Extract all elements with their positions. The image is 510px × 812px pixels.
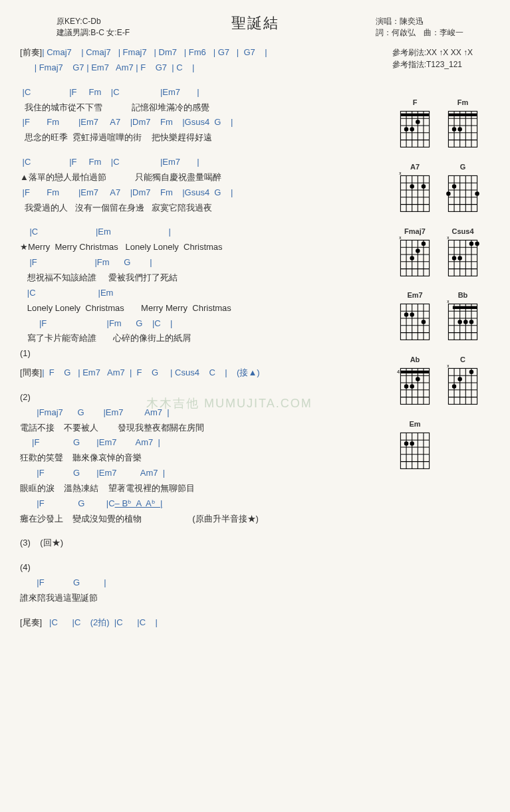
fretboard-icon	[397, 429, 433, 472]
svg-point-139	[410, 441, 414, 445]
singer: 演唱：陳奕迅	[376, 16, 463, 27]
svg-point-86	[410, 313, 414, 317]
br-lyric-3: 眼眶的淚 溫熱凍結 望著電視裡的無聊節目	[20, 481, 387, 496]
svg-point-128	[469, 370, 473, 374]
svg-point-114	[410, 384, 414, 388]
intro-line-1: [前奏]| Cmaj7 | Cmaj7 | Fmaj7 | Dm7 | Fm6 …	[20, 45, 387, 60]
br-lyric-1: 電話不接 不要被人 發現我整夜都關在房間	[20, 421, 387, 436]
chord-diagram-ab: Ab 4	[397, 355, 433, 408]
outro: [尾奏] |C |C (2拍) |C |C |	[20, 615, 387, 631]
tag-2: (2)	[20, 390, 387, 405]
svg-rect-112	[400, 371, 429, 373]
final-lyric: 誰來陪我過這聖誕節	[20, 591, 387, 606]
svg-point-87	[422, 320, 426, 324]
interlude: [間奏]| F G | Em7 Am7 | F G | Csus4 C | (接…	[20, 365, 387, 381]
br-chords-3: |F G |Em7 Am7 |	[20, 466, 387, 481]
chord-diagrams: F Fm A7 x G Fmaj7 x Csus4 x Em7	[397, 45, 490, 631]
fretboard-icon	[445, 172, 481, 215]
tag-3: (3) (回★)	[20, 536, 387, 551]
br-chords-2: |F G |Em7 Am7 |	[20, 435, 387, 451]
reference-patterns: 參考刷法:XX ↑X XX ↑X 參考指法:T123_121	[392, 47, 473, 70]
svg-text:x: x	[447, 365, 449, 368]
original-key: 原KEY:C-Db	[57, 16, 130, 27]
ch-chords-4: |F |Fm G |C |	[20, 316, 387, 332]
chord-diagram-a7: A7 x	[397, 163, 433, 215]
svg-point-11	[410, 127, 414, 131]
svg-text:x: x	[399, 172, 402, 175]
svg-point-72	[452, 256, 456, 260]
v2-chords-1: |C |F Fm |C |Em7 |	[20, 155, 387, 170]
svg-rect-25	[400, 175, 429, 211]
svg-point-35	[410, 184, 414, 188]
svg-point-73	[457, 256, 461, 260]
br-lyric-2: 狂歡的笑聲 聽來像哀悼的音樂	[20, 451, 387, 466]
svg-text:x: x	[447, 237, 449, 240]
fretboard-icon: x	[397, 172, 433, 215]
suggested-key: 建議男調:B-C 女:E-F	[57, 27, 130, 39]
svg-point-46	[446, 191, 450, 195]
svg-point-59	[410, 256, 414, 260]
svg-point-113	[404, 384, 408, 388]
v1-lyric-1: 我住的城市從不下雪 記憶卻堆滿冷的感覺	[20, 100, 387, 116]
intro-line-2: | Fmaj7 G7 | Em7 Am7 | F G7 | C |	[20, 60, 387, 76]
final-chords: |F G |	[20, 575, 387, 591]
svg-point-101	[469, 320, 473, 324]
svg-point-138	[404, 441, 408, 445]
svg-point-48	[475, 191, 479, 195]
svg-point-47	[452, 184, 456, 188]
ch-chords-2: |F |Fm G |	[20, 255, 387, 270]
chord-diagram-fmaj7: Fmaj7 x	[397, 227, 433, 280]
ch-chords-1: |C |Em |	[20, 225, 387, 240]
ch-lyric-3: Lonely Lonely Christmas Merry Merry Chri…	[20, 301, 387, 316]
svg-point-36	[422, 184, 426, 188]
svg-point-127	[457, 377, 461, 381]
br-chords-4: |F G |C– Bᵇ A Aᵇ |	[20, 496, 387, 512]
fretboard-icon	[445, 108, 481, 151]
fretboard-icon: x	[445, 300, 481, 344]
svg-text:4: 4	[397, 369, 400, 375]
tag-4: (4)	[20, 560, 387, 575]
strum-pattern: 參考刷法:XX ↑X XX ↑X	[392, 47, 473, 58]
chord-diagram-c: C x	[445, 355, 481, 408]
svg-point-12	[416, 120, 420, 124]
v1-chords-2: |F Fm |Em7 A7 |Dm7 Fm |Gsus4 G |	[20, 115, 387, 130]
chord-diagram-em7: Em7	[397, 291, 433, 344]
v2-chords-2: |F Fm |Em7 A7 |Dm7 Fm |Gsus4 G |	[20, 185, 387, 201]
chord-diagram-f: F	[397, 98, 433, 151]
svg-rect-22	[448, 114, 477, 116]
fretboard-icon	[397, 300, 433, 344]
lyricist-composer: 詞：何啟弘 曲：李峻一	[376, 27, 463, 39]
svg-rect-49	[400, 240, 429, 276]
picking-pattern: 參考指法:T123_121	[392, 58, 473, 70]
ch-lyric-4: 寫了卡片能寄給誰 心碎的像街上的紙屑	[20, 331, 387, 346]
svg-point-23	[452, 127, 456, 131]
v2-lyric-2: 我愛過的人 沒有一個留在身邊 寂寞它陪我過夜	[20, 201, 387, 216]
svg-point-75	[475, 241, 479, 245]
svg-point-85	[404, 313, 408, 317]
ch-lyric-2: 想祝福不知該給誰 愛被我們打了死結	[20, 270, 387, 286]
svg-rect-129	[400, 433, 429, 468]
svg-point-60	[416, 249, 420, 253]
header-right: 演唱：陳奕迅 詞：何啟弘 曲：李峻一	[376, 16, 463, 39]
svg-text:x: x	[399, 237, 402, 240]
svg-rect-9	[400, 114, 429, 116]
chord-diagram-fm: Fm	[445, 98, 481, 151]
chord-diagram-g: G	[445, 163, 481, 215]
ch-lyric-1: ★Merry Merry Christmas Lonely Lonely Chr…	[20, 240, 387, 255]
svg-point-24	[457, 127, 461, 131]
svg-point-10	[404, 127, 408, 131]
chord-diagram-bb: Bb x	[445, 291, 481, 344]
svg-point-115	[416, 377, 420, 381]
svg-point-100	[463, 320, 467, 324]
fretboard-icon: 4	[397, 365, 433, 408]
fretboard-icon: x	[445, 237, 481, 280]
svg-point-126	[452, 384, 456, 388]
header: 原KEY:C-Db 建議男調:B-C 女:E-F 聖誕結 演唱：陳奕迅 詞：何啟…	[20, 13, 490, 33]
svg-point-99	[457, 320, 461, 324]
svg-rect-37	[448, 175, 477, 211]
svg-text:x: x	[447, 300, 449, 304]
fretboard-icon: x	[445, 365, 481, 408]
br-chords-1: |Fmaj7 G |Em7 Am7 |	[20, 405, 387, 421]
br-lyric-4: 癱在沙發上 變成沒知覺的植物 (原曲升半音接★)	[20, 512, 387, 527]
svg-point-74	[469, 241, 473, 245]
